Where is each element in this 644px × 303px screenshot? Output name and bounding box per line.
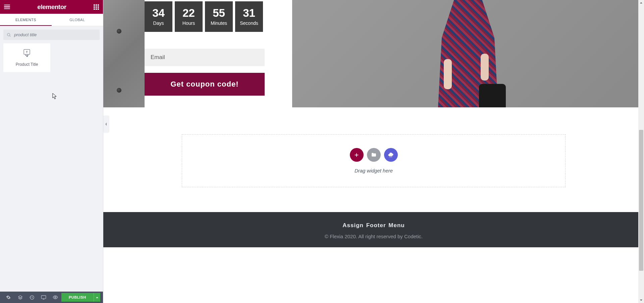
countdown-hours: 22 Hours: [175, 1, 203, 32]
publish-button[interactable]: PUBLISH: [61, 293, 94, 302]
hero-section: 34 Days 22 Hours 55 Minutes 31: [103, 0, 644, 107]
svg-line-1: [10, 36, 11, 37]
search-wrap: [0, 26, 103, 43]
apps-grid-icon[interactable]: [94, 4, 99, 10]
countdown-timer: 34 Days 22 Hours 55 Minutes 31: [145, 1, 292, 32]
settings-icon[interactable]: [3, 292, 14, 303]
preview-canvas[interactable]: 34 Days 22 Hours 55 Minutes 31: [103, 0, 644, 303]
svg-text:T: T: [26, 50, 28, 54]
add-section-button[interactable]: [350, 148, 364, 162]
hero-content: 34 Days 22 Hours 55 Minutes 31: [145, 0, 292, 107]
sidebar-footer: PUBLISH: [0, 292, 103, 303]
widget-product-title[interactable]: T Product Title: [3, 43, 50, 72]
search-input[interactable]: [3, 30, 100, 40]
dropzone-hint: Drag widget here: [355, 168, 393, 173]
elementor-sidebar: elementor ELEMENTS GLOBAL: [0, 0, 103, 303]
page-footer: Assign Footer Menu © Flexia 2020. All ri…: [103, 212, 644, 247]
tab-global[interactable]: GLOBAL: [52, 14, 103, 26]
navigator-icon[interactable]: [14, 292, 26, 303]
svg-point-9: [390, 156, 391, 157]
widgets-panel: T Product Title: [0, 43, 103, 292]
history-icon[interactable]: [26, 292, 38, 303]
search-icon: [7, 33, 11, 37]
countdown-days: 34 Days: [145, 1, 172, 32]
scrollbar-thumb[interactable]: [639, 130, 643, 271]
elementor-logo: elementor: [10, 3, 94, 11]
product-title-icon: T: [22, 49, 31, 57]
countdown-seconds: 31 Seconds: [235, 1, 263, 32]
sidebar-tabs: ELEMENTS GLOBAL: [0, 14, 103, 26]
sidebar-header: elementor: [0, 0, 103, 14]
tab-elements[interactable]: ELEMENTS: [0, 14, 52, 26]
scrollbar-track[interactable]: [638, 6, 644, 297]
footer-menu-label[interactable]: Assign Footer Menu: [103, 222, 644, 229]
svg-point-0: [7, 33, 10, 36]
svg-point-8: [389, 156, 390, 157]
templately-button[interactable]: [384, 148, 398, 162]
responsive-icon[interactable]: [38, 292, 50, 303]
countdown-minutes: 55 Minutes: [205, 1, 233, 32]
preview-icon[interactable]: [50, 292, 61, 303]
get-coupon-button[interactable]: Get coupon code!: [145, 73, 265, 96]
widget-label: Product Title: [16, 62, 38, 67]
publish-options-caret[interactable]: [94, 293, 100, 302]
add-section-dropzone[interactable]: Drag widget here: [182, 134, 566, 187]
menu-icon[interactable]: [4, 5, 10, 9]
svg-rect-4: [42, 296, 46, 299]
svg-point-10: [391, 156, 392, 157]
hero-image-right: [292, 0, 644, 107]
collapse-panel-icon[interactable]: [103, 116, 109, 133]
scroll-down-icon[interactable]: [638, 297, 644, 303]
svg-point-5: [55, 297, 56, 298]
dropzone-buttons: [350, 148, 398, 162]
template-library-button[interactable]: [367, 148, 381, 162]
scroll-up-icon[interactable]: [638, 0, 644, 6]
email-field[interactable]: [145, 49, 265, 66]
footer-copyright: © Flexia 2020. All right reserved by Cod…: [103, 234, 644, 239]
hero-bg-left: [103, 0, 145, 107]
vertical-scrollbar[interactable]: [638, 0, 644, 303]
